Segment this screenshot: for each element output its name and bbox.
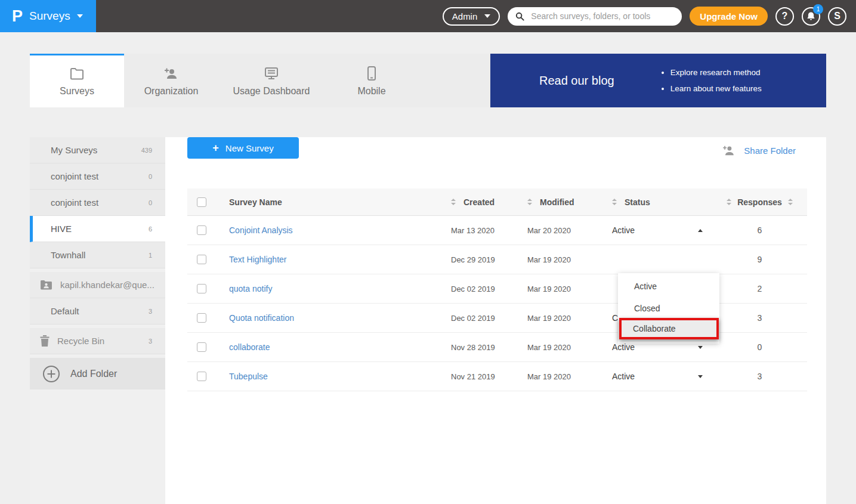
modified-date: Mar 20 2020	[527, 226, 612, 235]
sort-icon[interactable]	[612, 199, 617, 205]
sidebar-item-default[interactable]: Default 3	[30, 298, 165, 324]
share-folder-label: Share Folder	[744, 146, 796, 156]
survey-link[interactable]: Conjoint Analysis	[229, 225, 293, 235]
folder-count: 6	[149, 225, 152, 233]
tab-label: Usage Dashboard	[233, 86, 310, 97]
search-input[interactable]	[530, 11, 674, 21]
folder-count: 3	[149, 338, 152, 345]
row-checkbox[interactable]	[197, 313, 206, 323]
new-survey-button[interactable]: + New Survey	[187, 137, 299, 159]
created-date: Dec 02 2019	[451, 314, 527, 323]
folder-count: 0	[149, 199, 152, 206]
select-all-checkbox[interactable]	[197, 197, 206, 207]
product-switcher[interactable]: P Surveys	[0, 0, 96, 32]
created-date: Dec 29 2019	[451, 255, 527, 264]
sidebar-item-shared-account[interactable]: kapil.khandekar@que...	[30, 272, 165, 298]
account-avatar[interactable]: S	[828, 7, 846, 26]
created-date: Dec 02 2019	[451, 285, 527, 293]
sidebar-item-hive[interactable]: HIVE 6	[30, 216, 165, 242]
avatar-letter: S	[834, 11, 840, 21]
tab-label: Surveys	[60, 86, 94, 97]
add-folder-button[interactable]: Add Folder	[30, 358, 165, 389]
header-checkbox-cell	[187, 197, 221, 207]
folder-count: 3	[149, 308, 152, 315]
header-survey-name[interactable]: Survey Name	[221, 197, 451, 207]
dropdown-option-active[interactable]: Active	[618, 275, 719, 297]
share-folder-button[interactable]: Share Folder	[722, 145, 796, 156]
modified-date: Mar 19 2020	[527, 343, 612, 352]
folder-count: 439	[141, 147, 152, 154]
topbar: P Surveys Admin Upgrade Now ? 1 S	[0, 0, 856, 32]
sort-icon[interactable]	[727, 199, 731, 205]
folder-label: Default	[51, 306, 79, 316]
table-row: Text Highlighter Dec 29 2019 Mar 19 2020…	[187, 245, 807, 274]
survey-link[interactable]: Quota notification	[229, 313, 294, 323]
caret-up-icon	[698, 229, 703, 232]
sidebar-item-recycle-bin[interactable]: Recycle Bin 3	[30, 328, 165, 354]
status-value: Active	[612, 372, 635, 381]
banner-bullet: Explore research method	[670, 64, 762, 81]
row-checkbox[interactable]	[197, 284, 206, 293]
search-icon	[515, 12, 524, 21]
trash-icon	[40, 335, 50, 347]
folder-content: Share Folder + New Survey Survey Name Cr…	[165, 137, 826, 504]
tab-surveys[interactable]: Surveys	[30, 54, 124, 107]
upgrade-now-button[interactable]: Upgrade Now	[690, 7, 768, 26]
responses-count: 3	[712, 372, 807, 381]
main-card: My Surveys 439 conjoint test 0 conjoint …	[30, 137, 826, 504]
status-dropdown-trigger[interactable]: Active	[612, 225, 712, 235]
header-label: Modified	[540, 197, 574, 207]
header-modified[interactable]: Modified	[527, 197, 612, 207]
notification-badge: 1	[813, 4, 823, 14]
brand-logo: P	[12, 8, 23, 24]
row-checkbox[interactable]	[197, 372, 206, 381]
sort-icon[interactable]	[451, 199, 456, 205]
tab-mobile[interactable]: Mobile	[325, 54, 419, 107]
tab-usage-dashboard[interactable]: Usage Dashboard	[218, 54, 325, 107]
header-status[interactable]: Status	[612, 197, 712, 207]
row-checkbox[interactable]	[197, 255, 206, 264]
folder-label: kapil.khandekar@que...	[60, 280, 154, 290]
tab-organization[interactable]: Organization	[124, 54, 218, 107]
folder-label: conjoint test	[51, 171, 98, 181]
plus-icon: +	[212, 143, 219, 153]
sort-icon[interactable]	[788, 199, 793, 205]
dropdown-option-closed[interactable]: Closed	[618, 297, 719, 319]
sidebar-item-my-surveys[interactable]: My Surveys 439	[30, 137, 165, 163]
status-dropdown-trigger[interactable]: Active	[612, 372, 712, 381]
sort-icon[interactable]	[527, 199, 532, 205]
survey-link[interactable]: Text Highlighter	[229, 255, 287, 264]
add-folder-label: Add Folder	[70, 369, 117, 379]
help-button[interactable]: ?	[775, 7, 794, 26]
admin-menu-label: Admin	[452, 11, 478, 21]
folder-label: conjoint test	[51, 197, 98, 208]
notifications-button[interactable]: 1	[802, 7, 820, 26]
folder-label: Recycle Bin	[57, 336, 104, 346]
status-value: Active	[612, 342, 635, 352]
survey-link[interactable]: Tubepulse	[229, 372, 268, 381]
sidebar-item-townhall[interactable]: Townhall 1	[30, 242, 165, 268]
status-dropdown-trigger[interactable]: Active	[612, 342, 712, 352]
header-responses[interactable]: Responses	[712, 197, 807, 207]
survey-link[interactable]: collaborate	[229, 342, 270, 352]
responses-count: 0	[712, 342, 807, 352]
dropdown-option-collaborate-highlighted[interactable]: Collaborate	[619, 318, 719, 339]
caret-down-icon	[698, 375, 703, 378]
row-checkbox[interactable]	[197, 342, 206, 352]
sidebar-item-conjoint-test-2[interactable]: conjoint test 0	[30, 190, 165, 216]
blog-banner[interactable]: Read our blog Explore research method Le…	[490, 54, 826, 107]
survey-link[interactable]: quota notify	[229, 284, 272, 293]
admin-menu-button[interactable]: Admin	[443, 7, 500, 26]
mobile-phone-icon	[367, 66, 376, 81]
topbar-actions: Admin Upgrade Now ? 1 S	[443, 7, 856, 26]
row-checkbox[interactable]	[197, 225, 206, 235]
responses-count: 9	[712, 255, 807, 264]
header-label: Responses	[737, 197, 782, 207]
tab-label: Mobile	[357, 86, 385, 97]
module-tabstrip: Surveys Organization Usage Dashboard Mob…	[30, 54, 826, 107]
header-created[interactable]: Created	[451, 197, 527, 207]
chevron-down-icon	[484, 14, 490, 18]
folder-label: My Surveys	[51, 145, 97, 155]
dashboard-icon	[264, 66, 279, 81]
sidebar-item-conjoint-test-1[interactable]: conjoint test 0	[30, 163, 165, 190]
